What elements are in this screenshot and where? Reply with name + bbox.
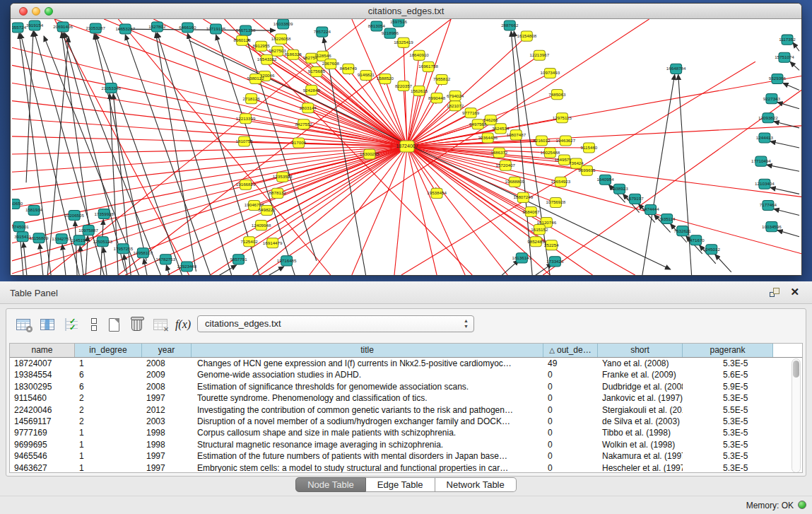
- select-rows-icon[interactable]: [61, 315, 81, 334]
- table-cell[interactable]: 1: [75, 358, 142, 369]
- window-titlebar[interactable]: citations_edges.txt: [11, 4, 801, 19]
- table-settings-icon[interactable]: [13, 315, 33, 334]
- table-row[interactable]: 2242004622012Investigating the contribut…: [10, 404, 802, 416]
- table-cell[interactable]: 0: [543, 450, 598, 462]
- black-edge[interactable]: [26, 31, 33, 182]
- close-panel-icon[interactable]: ✕: [790, 286, 799, 298]
- table-cell[interactable]: Stergiakouli et al. (2012): [598, 404, 683, 416]
- column-header-short[interactable]: short: [598, 344, 683, 357]
- table-cell[interactable]: 19384554: [10, 369, 75, 380]
- black-edge[interactable]: [80, 246, 83, 275]
- table-row[interactable]: 1456911722003Disruption of a novel membe…: [10, 416, 802, 427]
- column-header-title[interactable]: title: [192, 344, 543, 357]
- function-builder-icon[interactable]: f(x): [173, 315, 193, 334]
- table-cell[interactable]: 5.5E-5: [683, 404, 773, 416]
- table-cell[interactable]: 0: [543, 404, 598, 416]
- black-edge[interactable]: [62, 245, 66, 275]
- column-header-year[interactable]: year: [142, 344, 192, 357]
- table-cell[interactable]: 1: [75, 450, 142, 462]
- table-cell[interactable]: Embryonic stem cells: a model to study s…: [192, 462, 543, 473]
- black-edge[interactable]: [94, 34, 146, 261]
- table-cell[interactable]: 9699695: [10, 439, 75, 450]
- new-table-icon[interactable]: [104, 315, 124, 334]
- table-cell[interactable]: 1997: [142, 450, 192, 462]
- black-edge[interactable]: [790, 62, 799, 70]
- table-cell[interactable]: Nakamura et al. (1997): [598, 450, 683, 462]
- black-edge[interactable]: [777, 230, 799, 237]
- table-row[interactable]: 1938455462009Genome-wide association stu…: [10, 369, 802, 380]
- table-cell[interactable]: 1998: [142, 427, 192, 438]
- table-cell[interactable]: 0: [543, 392, 598, 404]
- table-cell[interactable]: 22420046: [10, 404, 75, 416]
- black-edge[interactable]: [155, 33, 196, 271]
- red-edge[interactable]: [12, 47, 407, 146]
- table-cell[interactable]: 5.3E-5: [683, 416, 773, 427]
- table-row[interactable]: 946554611997Estimation of the future num…: [10, 450, 802, 462]
- black-edge[interactable]: [767, 165, 799, 171]
- table-cell[interactable]: 9463627: [10, 462, 75, 473]
- black-edge[interactable]: [500, 260, 519, 275]
- table-cell[interactable]: 2009: [142, 369, 192, 380]
- table-cell[interactable]: Dudbridge et al. (2008): [598, 381, 683, 392]
- column-header-indegree[interactable]: in_degree: [75, 344, 142, 357]
- merge-tables-icon[interactable]: [84, 315, 104, 334]
- column-header-name[interactable]: name: [10, 344, 75, 357]
- table-cell[interactable]: 5.3E-5: [683, 427, 773, 438]
- black-edge[interactable]: [267, 267, 284, 275]
- column-header-outde[interactable]: △out_de…: [543, 344, 598, 357]
- table-cell[interactable]: 1997: [142, 462, 192, 473]
- table-cell[interactable]: 5.6E-5: [683, 369, 773, 380]
- tab-node-table[interactable]: Node Table: [295, 477, 366, 492]
- table-cell[interactable]: 0: [543, 462, 598, 473]
- red-edge[interactable]: [394, 146, 407, 275]
- table-cell[interactable]: Franke et al. (2009): [598, 369, 683, 380]
- table-cell[interactable]: 2: [75, 404, 142, 416]
- table-cell[interactable]: Changes of HCN gene expression and I(f) …: [192, 358, 543, 369]
- table-cell[interactable]: Corpus callosum shape and size in male p…: [192, 427, 543, 438]
- table-cell[interactable]: Hescheler et al. (1997): [598, 462, 683, 473]
- table-cell[interactable]: Wolkin et al. (1998): [598, 439, 683, 450]
- table-cell[interactable]: 2008: [142, 358, 192, 369]
- table-cell[interactable]: 2003: [142, 416, 192, 427]
- black-edge[interactable]: [75, 221, 77, 275]
- table-cell[interactable]: 1997: [142, 392, 192, 404]
- table-cell[interactable]: Jankovic et al. (1997): [598, 392, 683, 404]
- table-cell[interactable]: 2: [75, 392, 142, 404]
- float-panel-icon[interactable]: [770, 288, 779, 297]
- black-edge[interactable]: [774, 209, 799, 215]
- table-cell[interactable]: Tourette syndrome. Phenomenology and cla…: [192, 392, 543, 404]
- red-edge[interactable]: [12, 83, 407, 146]
- table-row[interactable]: 1872400712008Changes of HCN gene express…: [10, 358, 802, 369]
- table-cell[interactable]: 2008: [142, 381, 192, 392]
- table-cell[interactable]: Yano et al. (2008): [598, 358, 683, 369]
- black-edge[interactable]: [61, 33, 90, 233]
- table-row[interactable]: 977716911998Corpus callosum shape and si…: [10, 427, 802, 438]
- table-cell[interactable]: 0: [543, 369, 598, 380]
- table-cell[interactable]: 0: [543, 427, 598, 438]
- table-cell[interactable]: 6: [75, 381, 142, 392]
- table-cell[interactable]: Tibbo et al. (1998): [598, 427, 683, 438]
- tab-edge-table[interactable]: Edge Table: [366, 477, 435, 492]
- table-cell[interactable]: 9465546: [10, 450, 75, 462]
- black-edge[interactable]: [793, 42, 799, 51]
- black-edge[interactable]: [103, 247, 107, 275]
- table-cell[interactable]: 9115460: [10, 392, 75, 404]
- black-edge[interactable]: [783, 83, 799, 90]
- table-cell[interactable]: 9777169: [10, 427, 75, 438]
- red-edge[interactable]: [12, 119, 407, 146]
- table-cell[interactable]: 5.3E-5: [683, 392, 773, 404]
- table-cell[interactable]: Structural magnetic resonance image aver…: [192, 439, 543, 450]
- table-cell[interactable]: Genome-wide association studies in ADHD.: [192, 369, 543, 380]
- table-cell[interactable]: 0: [543, 416, 598, 427]
- show-column-icon[interactable]: [37, 315, 57, 334]
- table-cell[interactable]: Estimation of the future numbers of pati…: [192, 450, 543, 462]
- table-cell[interactable]: Estimation of significance thresholds fo…: [192, 381, 543, 392]
- black-edge[interactable]: [166, 265, 170, 275]
- black-edge[interactable]: [40, 244, 43, 275]
- black-edge[interactable]: [715, 255, 731, 272]
- tab-network-table[interactable]: Network Table: [435, 477, 517, 492]
- black-edge[interactable]: [157, 33, 231, 275]
- table-cell[interactable]: 1: [75, 462, 142, 473]
- table-cell[interactable]: Disruption of a novel member of a sodium…: [192, 416, 543, 427]
- table-cell[interactable]: 1: [75, 439, 142, 450]
